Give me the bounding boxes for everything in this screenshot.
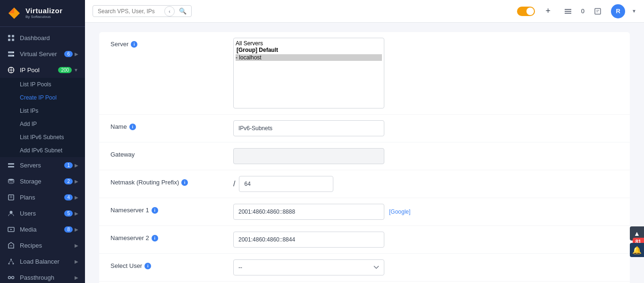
- svg-marker-1: [8, 8, 14, 13]
- nameserver1-row-inner: [Google]: [233, 204, 619, 220]
- server-info-icon[interactable]: i: [131, 41, 137, 48]
- sidebar-item-list-ipv6-subnets[interactable]: List IPv6 Subnets: [0, 131, 85, 144]
- netmask-label: Netmask (Routing Prefix) i: [110, 176, 233, 186]
- app-subtitle: By Softaculous: [25, 15, 63, 19]
- theme-toggle[interactable]: [517, 7, 535, 16]
- svg-marker-21: [10, 229, 12, 230]
- nameserver2-row: Nameserver 2 i: [99, 226, 630, 254]
- sidebar-item-list-ip-pools[interactable]: List IP Pools: [0, 78, 85, 91]
- nameserver1-info-icon[interactable]: i: [152, 207, 158, 214]
- sidebar-item-users[interactable]: Users 5 ▶: [0, 205, 85, 221]
- sidebar-item-ip-pool-section: IP Pool 200 ▼ List IP Pools Create IP Po…: [0, 62, 85, 157]
- sidebar-item-list-ips[interactable]: List IPs: [0, 104, 85, 117]
- name-row: Name i: [99, 115, 630, 142]
- sidebar-item-dashboard[interactable]: Dashboard: [0, 30, 85, 46]
- recipes-arrow: ▶: [75, 243, 78, 248]
- svg-rect-3: [12, 35, 14, 37]
- sidebar-item-recipes[interactable]: Recipes ▶: [0, 237, 85, 253]
- select-user-row: Select User i --: [99, 254, 630, 282]
- svg-rect-4: [8, 39, 10, 41]
- gateway-input[interactable]: [233, 148, 384, 164]
- server-control: All Servers - localhost: [233, 38, 619, 108]
- nameserver2-info-icon[interactable]: i: [152, 235, 158, 241]
- select-user-dropdown[interactable]: --: [233, 259, 384, 275]
- sidebar-item-passthrough[interactable]: Passthrough ▶: [0, 269, 85, 283]
- users-arrow: ▶: [75, 211, 78, 216]
- svg-point-29: [11, 276, 14, 279]
- name-input[interactable]: [233, 120, 384, 136]
- search-icon: 🔍: [179, 8, 186, 15]
- nameserver1-input[interactable]: [233, 204, 384, 220]
- user-menu-arrow[interactable]: ▼: [632, 8, 636, 14]
- ip-pool-badge: 200: [58, 67, 72, 73]
- logo-icon: [7, 6, 22, 21]
- nameserver2-input[interactable]: [233, 232, 384, 248]
- server-option-localhost[interactable]: - localhost: [236, 54, 382, 61]
- svg-point-19: [9, 211, 12, 214]
- sidebar-item-virtual-server[interactable]: Virtual Server 6 ▶: [0, 46, 85, 62]
- svg-rect-2: [8, 35, 10, 37]
- svg-point-25: [12, 263, 14, 264]
- netmask-slash: /: [233, 180, 235, 188]
- netmask-info-icon[interactable]: i: [181, 179, 188, 186]
- add-button[interactable]: +: [542, 5, 555, 18]
- notification-bell-button[interactable]: 🔔: [630, 243, 644, 257]
- content-area: Server i All Servers - localhost Name: [85, 23, 644, 283]
- servers-icon: [7, 161, 15, 169]
- sidebar-item-servers[interactable]: Servers 1 ▶: [0, 157, 85, 173]
- select-user-info-icon[interactable]: i: [144, 263, 151, 269]
- name-control: [233, 120, 619, 136]
- recipes-icon: [7, 241, 15, 250]
- nameserver1-label: Nameserver 1 i: [110, 204, 233, 214]
- gateway-control: [233, 148, 619, 164]
- sidebar-item-add-ipv6-subnet[interactable]: Add IPv6 Subnet: [0, 144, 85, 157]
- nameserver1-google-link[interactable]: [Google]: [389, 208, 410, 215]
- select-user-label: Select User i: [110, 259, 233, 269]
- sidebar-item-add-ip[interactable]: Add IP: [0, 117, 85, 131]
- list-icon[interactable]: [561, 5, 575, 18]
- svg-line-26: [9, 260, 11, 263]
- ip-pool-arrow: ▼: [74, 67, 78, 73]
- dashboard-icon: [7, 33, 15, 42]
- svg-point-9: [13, 55, 14, 56]
- topbar-actions: + 0 R ▼: [517, 4, 636, 18]
- server-row: Server i All Servers - localhost: [99, 32, 630, 115]
- ip-pool-submenu: List IP Pools Create IP Pool List IPs Ad…: [0, 78, 85, 157]
- search-box[interactable]: 🔍: [93, 5, 192, 17]
- sidebar-item-users-label: Users: [20, 210, 64, 217]
- app-title: Virtualizor: [25, 7, 63, 15]
- plans-icon: [7, 193, 15, 201]
- sidebar-item-load-balancer-label: Load Balancer: [20, 258, 75, 265]
- server-icon: [7, 50, 15, 58]
- svg-rect-34: [565, 11, 571, 12]
- svg-rect-35: [565, 13, 571, 14]
- sidebar-item-plans-label: Plans: [20, 194, 64, 201]
- netmask-input[interactable]: [239, 176, 333, 192]
- users-icon: [7, 209, 15, 217]
- top-bar: 🔍 + 0 R ▼ ‹: [85, 0, 644, 23]
- select-user-control: --: [233, 259, 619, 275]
- name-label: Name i: [110, 120, 233, 130]
- sidebar-item-ip-pool[interactable]: IP Pool 200 ▼: [0, 62, 85, 78]
- sidebar-item-passthrough-label: Passthrough: [20, 274, 75, 281]
- name-info-icon[interactable]: i: [129, 124, 136, 130]
- sidebar-item-media[interactable]: Media 8 ▶: [0, 221, 85, 237]
- nameserver2-label: Nameserver 2 i: [110, 232, 233, 241]
- sidebar-item-create-ip-pool[interactable]: Create IP Pool: [0, 91, 85, 104]
- server-option-all[interactable]: All Servers: [236, 40, 382, 47]
- sidebar-item-storage[interactable]: Storage 2 ▶: [0, 173, 85, 189]
- sidebar-item-servers-label: Servers: [20, 162, 64, 169]
- sidebar-item-plans[interactable]: Plans 4 ▶: [0, 189, 85, 205]
- sidebar-collapse-button[interactable]: ‹: [164, 6, 175, 17]
- server-select[interactable]: All Servers - localhost: [233, 38, 384, 108]
- svg-rect-14: [8, 166, 14, 167]
- svg-line-27: [11, 260, 13, 263]
- notes-icon[interactable]: [591, 5, 604, 18]
- user-avatar[interactable]: R: [611, 4, 625, 18]
- svg-point-15: [8, 179, 14, 181]
- sidebar-item-load-balancer[interactable]: Load Balancer ▶: [0, 253, 85, 269]
- topbar-count: 0: [581, 8, 585, 15]
- svg-point-28: [8, 276, 10, 279]
- create-ip-pool-form: Server i All Servers - localhost Name: [99, 32, 630, 283]
- sidebar-item-virtual-server-label: Virtual Server: [20, 50, 64, 58]
